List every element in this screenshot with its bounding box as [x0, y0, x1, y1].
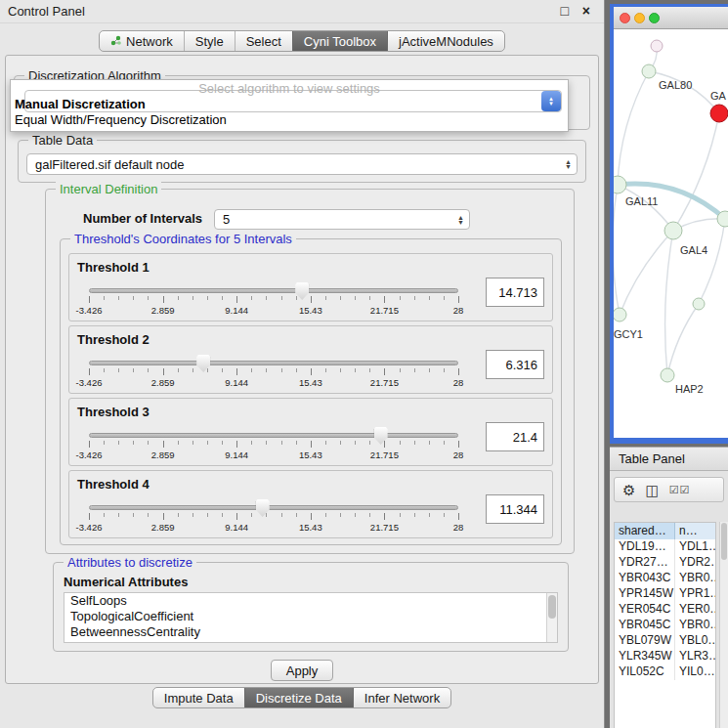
tab-select[interactable]: Select [235, 31, 292, 51]
bottom-tab-bar: Impute Data Discretize Data Infer Networ… [0, 687, 604, 708]
algorithm-dropdown-popup: Select algorithm to view settings ▲▼ Man… [10, 79, 569, 132]
network-node-label: GCY1 [614, 328, 643, 340]
table-data-combobox[interactable]: galFiltered.sif default node ▲▼ [26, 153, 578, 175]
table-data-group: Table Data galFiltered.sif default node … [18, 140, 586, 183]
threshold-1-slider[interactable]: -3.4262.8599.14415.4321.71528 [89, 283, 458, 319]
columns-icon[interactable]: ◫ [645, 483, 659, 497]
tab-network[interactable]: Network [100, 31, 184, 51]
network-node [651, 40, 663, 52]
network-edge [667, 304, 699, 375]
attributes-to-discretize-group: Attributes to discretize Numerical Attri… [53, 562, 569, 652]
scrollbar-thumb[interactable] [548, 595, 556, 619]
tab-jactivemnodules[interactable]: jActiveMNodules [387, 31, 504, 51]
threshold-4-slider[interactable]: -3.4262.8599.14415.4321.71528 [89, 500, 458, 535]
stepper-arrows-icon: ▲▼ [565, 159, 572, 169]
zoom-traffic-icon[interactable] [649, 13, 660, 23]
list-item[interactable]: TopologicalCoefficient [64, 609, 557, 624]
network-edge [673, 113, 719, 231]
threshold-1-label: Threshold 1 [77, 260, 150, 275]
slider-ticks [89, 296, 458, 304]
slider-ticks [89, 441, 458, 449]
threshold-3-slider[interactable]: -3.4262.8599.14415.4321.71528 [89, 428, 458, 463]
threshold-2-slider[interactable]: -3.4262.8599.14415.4321.71528 [89, 356, 458, 391]
network-node [710, 105, 728, 122]
network-edge [618, 185, 673, 231]
slider-scale-labels: -3.4262.8599.14415.4321.71528 [89, 450, 458, 461]
threshold-2-value-field[interactable]: 6.316 [486, 350, 544, 379]
threshold-4-panel: Threshold 4 -3.4262.8599.14415.4321.7152… [68, 470, 553, 538]
network-view-window: GAL80GAGAL11GAL4GCY1HAP2 [610, 4, 728, 444]
threshold-2-label: Threshold 2 [77, 332, 150, 347]
threshold-2-panel: Threshold 2 -3.4262.8599.14415.4321.7152… [68, 325, 553, 394]
control-panel-title: Control Panel [8, 4, 85, 19]
attributes-scrollbar[interactable] [546, 593, 557, 642]
threshold-3-value-field[interactable]: 21.4 [486, 422, 544, 451]
table-row[interactable]: YBR045CYBR0… [615, 618, 715, 633]
table-row[interactable]: YBL079WYBL0… [615, 633, 715, 649]
table-row[interactable]: YBR043CYBR0… [615, 571, 715, 586]
algorithm-option-equal-width[interactable]: Equal Width/Frequency Discretization [15, 112, 227, 127]
control-panel: Control Panel □ × Network Style Select C… [0, 0, 605, 728]
tab-cyni-toolbox[interactable]: Cyni Toolbox [292, 31, 387, 51]
network-node [661, 368, 674, 382]
number-of-intervals-combobox[interactable]: 5 ▲▼ [214, 209, 470, 230]
close-icon[interactable]: × [582, 3, 590, 19]
list-item[interactable]: SelfLoops [64, 593, 557, 609]
scrollbar-thumb[interactable] [721, 523, 727, 560]
tab-impute-data[interactable]: Impute Data [153, 688, 244, 707]
network-node [717, 211, 728, 227]
slider-track [89, 505, 458, 510]
select-columns-icons[interactable]: ☑☑ [669, 484, 691, 496]
threshold-1-panel: Threshold 1 -3.4262.8599.14415.4321.7152… [68, 253, 553, 321]
gear-icon[interactable]: ⚙ [622, 483, 635, 497]
slider-track [89, 433, 458, 438]
threshold-3-panel: Threshold 3 -3.4262.8599.14415.4321.7152… [68, 398, 553, 466]
numerical-attributes-list[interactable]: SelfLoopsTopologicalCoefficientBetweenne… [64, 592, 558, 643]
thresholds-coordinates-group-label: Threshold's Coordinates for 5 Intervals [70, 232, 296, 246]
apply-button[interactable]: Apply [271, 660, 333, 681]
threshold-1-value-field[interactable]: 14.713 [486, 278, 544, 307]
number-of-intervals-value: 5 [223, 212, 230, 227]
tab-style[interactable]: Style [184, 31, 235, 51]
network-node-label: GAL11 [625, 195, 658, 207]
network-edge [665, 231, 673, 375]
network-node [642, 64, 656, 78]
network-node-label: GA [710, 90, 727, 102]
table-data-group-label: Table Data [28, 133, 97, 148]
network-canvas[interactable]: GAL80GAGAL11GAL4GCY1HAP2 [614, 29, 728, 437]
network-node [693, 298, 705, 310]
slider-scale-labels: -3.4262.8599.14415.4321.71528 [89, 305, 458, 317]
table-row[interactable]: YIL052CYIL0… [615, 664, 715, 680]
table-row[interactable]: YPR145WYPR1… [615, 586, 715, 602]
node-table: shared… n… YDL19…YDL1…YDR27…YDR2…YBR043C… [614, 522, 716, 728]
float-window-icon[interactable]: □ [561, 3, 569, 19]
table-panel: ⚙ ◫ ☑☑ shared… n… YDL19…YDL1…YDR27…YDR2…… [610, 471, 728, 728]
network-edge [699, 219, 725, 304]
tab-discretize-data[interactable]: Discretize Data [244, 688, 353, 707]
network-edge [649, 71, 719, 113]
column-header-name[interactable]: n… [675, 523, 715, 539]
table-row[interactable]: YDR27…YDR2… [615, 555, 715, 571]
table-scrollbar[interactable] [719, 522, 728, 728]
top-tab-bar: Network Style Select Cyni Toolbox jActiv… [0, 30, 604, 52]
threshold-4-value-field[interactable]: 11.344 [486, 494, 544, 524]
table-row[interactable]: YLR345WYLR3… [615, 649, 715, 664]
tab-network-label: Network [126, 34, 173, 49]
network-node-label: GAL80 [659, 79, 692, 91]
column-header-shared-name[interactable]: shared… [615, 523, 675, 539]
network-node-label: GAL4 [680, 244, 707, 256]
slider-ticks [89, 368, 458, 376]
network-node [664, 222, 682, 239]
slider-scale-labels: -3.4262.8599.14415.4321.71528 [89, 377, 458, 389]
table-row[interactable]: YER054CYER0… [615, 602, 715, 618]
minimize-traffic-icon[interactable] [634, 13, 645, 23]
slider-track [89, 361, 458, 365]
table-row[interactable]: YDL19…YDL1… [615, 539, 715, 555]
algorithm-option-manual[interactable]: Manual Discretization [15, 97, 146, 111]
network-window-titlebar [614, 7, 728, 29]
list-item[interactable]: BetweennessCentrality [64, 624, 557, 640]
network-edge [614, 185, 620, 315]
network-node [614, 308, 626, 321]
tab-infer-network[interactable]: Infer Network [353, 688, 450, 707]
close-traffic-icon[interactable] [620, 13, 630, 23]
